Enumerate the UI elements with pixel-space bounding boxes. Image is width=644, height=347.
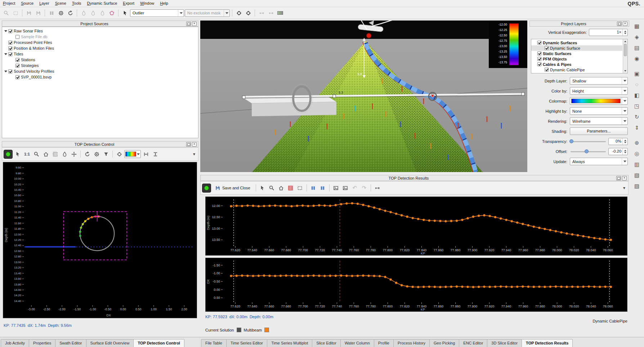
spinner-arrows[interactable]: [622, 138, 627, 145]
menu-export[interactable]: Export: [120, 0, 137, 7]
tab-surface-edit-overview[interactable]: Surface Edit Overview: [86, 339, 134, 347]
fit-height-icon[interactable]: [151, 150, 160, 158]
vertical-exaggeration-stepper[interactable]: 1×: [589, 29, 628, 36]
results-depth-chart[interactable]: 12.0012.5013.0013.5077.62077.64077.66077…: [205, 197, 627, 256]
transparency-stepper[interactable]: 0%: [608, 138, 628, 145]
home-view-icon[interactable]: [41, 150, 50, 158]
toolbar-expand-icon[interactable]: ▾: [622, 185, 627, 190]
fit-width-icon[interactable]: [142, 150, 150, 158]
scrollbar-vertical[interactable]: [623, 39, 627, 73]
close-panel-icon[interactable]: ×: [622, 176, 627, 180]
multibeam-swatch[interactable]: [264, 328, 269, 332]
export-points-icon[interactable]: [24, 9, 33, 17]
float-panel-icon[interactable]: [186, 142, 191, 147]
cursor-tool-icon[interactable]: [258, 184, 267, 192]
tab-3d-slice-editor[interactable]: 3D Slice Editor: [487, 339, 522, 347]
parameters-button[interactable]: Parameters...: [570, 127, 628, 135]
checkbox[interactable]: [15, 58, 19, 62]
select-rect-icon[interactable]: [296, 184, 304, 192]
tree-item-sample-file-db[interactable]: Sample File.db: [2, 34, 198, 40]
colormap-select[interactable]: [570, 97, 628, 105]
spinner-arrows[interactable]: [622, 29, 627, 36]
checkbox[interactable]: [8, 29, 12, 33]
zoom-tool-icon[interactable]: [268, 184, 276, 192]
polygon-tool-icon[interactable]: [107, 9, 116, 17]
close-panel-icon[interactable]: ×: [192, 22, 197, 26]
offset-stepper[interactable]: -0.20: [608, 148, 628, 155]
tree-item-dynamic-cablepipe[interactable]: Dynamic CablePipe: [531, 67, 622, 72]
depth-layer-select[interactable]: Shallow: [570, 77, 628, 85]
tab-time-series-editor[interactable]: Time Series Editor: [226, 339, 267, 347]
tab-process-history[interactable]: Process History: [393, 339, 430, 347]
filter-icon[interactable]: [102, 150, 110, 158]
export-selection-icon[interactable]: [34, 9, 43, 17]
checkbox[interactable]: [8, 41, 12, 45]
highlight-by-select[interactable]: None: [570, 107, 628, 115]
tree-item-tides[interactable]: Tides: [2, 51, 198, 57]
tree-item-pfm-objects[interactable]: PFM Objects: [531, 56, 622, 62]
cursor-tool-icon[interactable]: [13, 150, 22, 158]
grid-red-icon[interactable]: [286, 184, 295, 192]
tab-job-activity[interactable]: Job Activity: [1, 339, 29, 347]
menu-scene[interactable]: Scene: [52, 0, 69, 7]
columns-right-icon[interactable]: [318, 184, 327, 192]
spray-small-icon[interactable]: [79, 9, 88, 17]
menu-help[interactable]: Help: [157, 0, 171, 7]
tab-swath-editor[interactable]: Swath Editor: [55, 339, 86, 347]
layers-icon[interactable]: ◈: [631, 32, 642, 42]
tab-profile[interactable]: Profile: [374, 339, 394, 347]
menu-tools[interactable]: Tools: [69, 0, 84, 7]
checkbox[interactable]: [545, 68, 549, 72]
undo-icon[interactable]: ↶: [350, 184, 359, 192]
spray-large-icon[interactable]: [98, 9, 107, 17]
tab-slice-editor[interactable]: Slice Editor: [312, 339, 341, 347]
checkbox[interactable]: [15, 64, 19, 68]
spinner-arrows[interactable]: [622, 148, 627, 155]
tab-water-column[interactable]: Water Column: [340, 339, 374, 347]
pick-tool-icon[interactable]: [121, 9, 129, 17]
grid-view-icon[interactable]: ▦: [631, 21, 642, 31]
duplicate-icon[interactable]: [47, 9, 56, 17]
tree-item-cables-pipes[interactable]: Cables & Pipes: [531, 62, 622, 67]
rendering-select[interactable]: Wireframe: [570, 117, 628, 125]
checkbox[interactable]: [15, 35, 19, 39]
spray-medium-icon[interactable]: [89, 9, 97, 17]
scrollbar-thumb[interactable]: [624, 44, 627, 56]
float-panel-icon[interactable]: [617, 22, 622, 26]
checkbox[interactable]: [537, 62, 541, 66]
tab-top-detection-control[interactable]: TOP Detection Control: [133, 339, 184, 347]
checkbox[interactable]: [537, 41, 541, 45]
gear-icon[interactable]: [92, 150, 101, 158]
offset-slider[interactable]: [570, 148, 607, 155]
top-detection-control-plot[interactable]: 9.609.8010.0010.2010.4010.6010.8011.0011…: [3, 162, 197, 318]
tree-item-raw-sonar-files[interactable]: Raw Sonar Files: [2, 28, 198, 34]
menu-dynamic-surface[interactable]: Dynamic Surface: [84, 0, 120, 7]
color-by-select[interactable]: Height: [570, 87, 628, 95]
add-overlay-icon[interactable]: ⊕: [631, 138, 642, 148]
accept-toggle-button[interactable]: [202, 184, 211, 193]
tab-properties[interactable]: Properties: [29, 339, 55, 347]
tree-item-static-surfaces[interactable]: Static Surfaces: [531, 51, 622, 56]
redo-icon[interactable]: ↷: [360, 184, 368, 192]
dotted-line-icon-1[interactable]: [257, 9, 266, 17]
transparency-slider[interactable]: [570, 138, 607, 145]
pan-vertical-icon[interactable]: ⇕: [631, 123, 642, 132]
update-select[interactable]: Always: [570, 158, 628, 165]
menu-layer[interactable]: Layer: [36, 0, 52, 7]
float-panel-icon[interactable]: [616, 176, 621, 180]
results-dx-chart[interactable]: -1.50-1.00-0.500.000.5077.62077.64077.66…: [205, 258, 627, 312]
expander-icon[interactable]: [4, 71, 8, 72]
slider-handle[interactable]: [585, 149, 589, 153]
tab-file-table[interactable]: File Table: [201, 339, 227, 347]
current-solution-swatch[interactable]: [237, 328, 241, 332]
split-view-icon[interactable]: ◧: [631, 90, 642, 100]
zoom-select-icon[interactable]: [11, 9, 20, 17]
palette-icon[interactable]: ▨: [631, 181, 642, 191]
hatch-icon[interactable]: ▧: [631, 170, 642, 180]
exclusion-mask-select[interactable]: No exclusion mask: [185, 9, 230, 17]
gear-icon[interactable]: [57, 9, 65, 17]
outlier-select[interactable]: Outlier: [130, 9, 184, 17]
tab-time-series-multiplot[interactable]: Time Series Multiplot: [267, 339, 312, 347]
grid-select-icon[interactable]: [51, 150, 59, 158]
checkbox[interactable]: [8, 52, 12, 56]
